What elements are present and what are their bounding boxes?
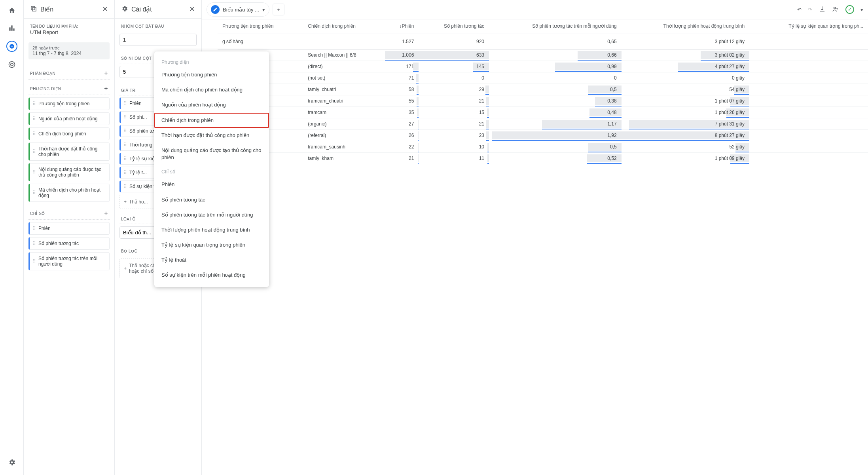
table-row[interactable]: ne) (direct) 171 145 0,99 4 phút 27 giây <box>218 61 868 72</box>
tab-bar: Biểu mẫu tùy ... ▾ + ↶ ↷ ✓ ▾ <box>202 0 868 19</box>
dimension-chip[interactable]: ⠿Mã chiến dịch cho phiên hoạt động <box>28 184 110 202</box>
drag-grip-icon: ⠿ <box>123 142 127 147</box>
data-table: Phương tiện trong phiên Chiến dịch trong… <box>218 19 868 164</box>
dropdown-group-metrics: Chỉ số <box>154 165 269 177</box>
svg-point-4 <box>10 63 13 66</box>
advertising-icon[interactable] <box>7 60 17 69</box>
col-header-media[interactable]: Phương tiện trong phiên <box>218 19 303 34</box>
dropdown-item[interactable]: Số sự kiện trên mỗi phiên hoạt động <box>154 268 269 283</box>
tab-active[interactable]: Biểu mẫu tùy ... ▾ <box>207 2 269 17</box>
layers-icon <box>30 5 37 13</box>
drag-grip-icon: ⠿ <box>32 131 36 136</box>
variables-title: Biến <box>40 6 99 13</box>
drag-grip-icon: ⠿ <box>32 101 36 106</box>
svg-rect-6 <box>32 8 36 11</box>
dimension-chip[interactable]: ⠿Nguồn của phiên hoạt động <box>28 112 110 125</box>
dimension-chip[interactable]: ⠿Phương tiện trong phiên <box>28 97 110 110</box>
dimension-metric-dropdown: Phương diện Phương tiện trong phiênMã ch… <box>154 51 269 287</box>
share-icon[interactable] <box>832 6 839 14</box>
dropdown-item[interactable]: Phương tiện trong phiên <box>154 67 269 82</box>
drag-grip-icon: ⠿ <box>123 170 127 175</box>
explore-icon[interactable] <box>6 41 17 52</box>
dropdown-item[interactable]: Mã chiến dịch cho phiên hoạt động <box>154 82 269 97</box>
table-row[interactable]: tramcam_sausinh 22 10 0,5 52 giây <box>218 141 868 152</box>
start-col-label: NHÓM CỘT BẮT ĐẦU <box>119 19 197 31</box>
variables-panel: Biến ✕ TÊN DỮ LIỆU KHÁM PHÁ: UTM Report … <box>24 0 115 475</box>
svg-rect-1 <box>11 25 12 30</box>
metrics-label: CHỈ SỐ+ <box>28 204 110 220</box>
svg-rect-5 <box>31 6 35 10</box>
exploration-name-label: TÊN DỮ LIỆU KHÁM PHÁ: <box>28 19 110 29</box>
start-col-input[interactable] <box>119 34 197 46</box>
dimensions-label: PHƯƠNG DIỆN+ <box>28 80 110 95</box>
dropdown-group-dimensions: Phương diện <box>154 55 269 67</box>
table-row[interactable]: rral (referral) 26 23 1,92 8 phút 27 giâ… <box>218 129 868 141</box>
col-header-sessions[interactable]: ↓Phiên <box>385 19 419 34</box>
settings-panel: Cài đặt ✕ NHÓM CỘT BẮT ĐẦU SỐ NHÓM CỘT G… <box>115 0 202 475</box>
dropdown-item[interactable]: Tỷ lệ sự kiện quan trọng trong phiên <box>154 238 269 253</box>
svg-point-7 <box>834 7 836 9</box>
table-row[interactable]: anic (organic) 27 21 1,17 7 phút 31 giây <box>218 118 868 129</box>
dropdown-item[interactable]: Tỷ lệ thoát <box>154 253 269 268</box>
data-table-wrap[interactable]: Phương tiện trong phiên Chiến dịch trong… <box>202 19 868 475</box>
dropdown-item[interactable]: Thời lượng phiên hoạt động trung bình <box>154 222 269 238</box>
undo-icon[interactable]: ↶ <box>797 7 802 13</box>
svg-rect-0 <box>9 27 10 30</box>
dropdown-item[interactable]: Nguồn của phiên hoạt động <box>154 97 269 112</box>
dimension-chip[interactable]: ⠿Thời hạn được đặt thủ công cho phiên <box>28 142 110 161</box>
drag-grip-icon: ⠿ <box>32 170 36 175</box>
status-check-icon[interactable]: ✓ <box>845 5 854 14</box>
col-header-engaged[interactable]: Số phiên tương tác <box>419 19 489 34</box>
table-row[interactable]: tamly_kham 21 11 0,52 1 phút 09 giây <box>218 152 868 164</box>
exploration-name: UTM Report <box>28 29 110 39</box>
gear-icon <box>121 5 128 13</box>
settings-icon[interactable] <box>7 458 17 467</box>
redo-icon[interactable]: ↷ <box>808 7 812 13</box>
home-icon[interactable] <box>7 6 17 15</box>
segments-label: PHÂN ĐOẠN+ <box>28 64 110 80</box>
close-settings-icon[interactable]: ✕ <box>189 5 195 13</box>
col-header-per-user[interactable]: Số phiên tương tác trên mỗi người dùng <box>489 19 622 34</box>
metric-chip[interactable]: ⠿Số phiên tương tác trên mỗi người dùng <box>28 252 110 270</box>
add-metric-icon[interactable]: + <box>104 210 108 217</box>
drag-grip-icon: ⠿ <box>32 190 36 195</box>
table-row[interactable]: tramcam 35 15 0,48 1 phút 26 giây <box>218 106 868 118</box>
dropdown-item[interactable]: Phiên <box>154 177 269 192</box>
table-row[interactable]: tamly_chuatri 58 29 0,5 54 giây <box>218 84 868 95</box>
drag-grip-icon: ⠿ <box>123 129 127 133</box>
dimension-chip[interactable]: ⠿Nội dung quảng cáo được tạo thủ công ch… <box>28 163 110 181</box>
dropdown-item[interactable]: Thời hạn được đặt thủ công cho phiên <box>154 128 269 143</box>
dropdown-item[interactable]: Chiến dịch trong phiên <box>154 113 269 128</box>
metric-chip[interactable]: ⠿Số phiên tương tác <box>28 237 110 250</box>
drag-grip-icon: ⠿ <box>32 241 36 246</box>
table-row[interactable]: (not set) 71 0 0 0 giây <box>218 72 868 84</box>
drag-grip-icon: ⠿ <box>32 226 36 231</box>
col-header-campaign[interactable]: Chiến dịch trong phiên <box>303 19 385 34</box>
close-variables-icon[interactable]: ✕ <box>102 5 108 13</box>
col-header-key-event[interactable]: Tỷ lệ sự kiện quan trọng trong ph... <box>749 19 868 34</box>
drag-grip-icon: ⠿ <box>32 116 36 121</box>
dropdown-item[interactable]: Số phiên tương tác <box>154 192 269 207</box>
date-range-picker[interactable]: 28 ngày trước 11 thg 7 - 7 thg 8, 2024 <box>28 42 110 59</box>
add-dimension-icon[interactable]: + <box>104 85 108 92</box>
svg-point-3 <box>9 62 15 68</box>
drag-grip-icon: ⠿ <box>32 149 36 154</box>
download-icon[interactable] <box>819 6 826 14</box>
svg-rect-2 <box>13 28 14 31</box>
add-tab-button[interactable]: + <box>273 4 284 15</box>
dropdown-item[interactable]: Nội dung quảng cáo được tạo thủ công cho… <box>154 143 269 165</box>
table-row[interactable]: tramcam_chuatri 55 21 0,38 1 phút 07 giâ… <box>218 95 868 106</box>
dimension-chip[interactable]: ⠿Chiến dịch trong phiên <box>28 127 110 140</box>
drag-grip-icon: ⠿ <box>123 156 127 161</box>
left-nav <box>0 0 24 475</box>
totals-row: g số hàng 1.527 920 0,65 3 phút 12 giây <box>218 34 868 49</box>
add-segment-icon[interactable]: + <box>104 70 108 77</box>
metric-chip[interactable]: ⠿Phiên <box>28 222 110 235</box>
chevron-down-icon[interactable]: ▾ <box>860 7 863 13</box>
col-header-duration[interactable]: Thời lượng phiên hoạt động trung bình <box>622 19 749 34</box>
table-row[interactable]: Search || Maxcon || 6/8 1.006 633 0,66 3… <box>218 49 868 61</box>
pencil-icon <box>211 5 220 14</box>
dropdown-item[interactable]: Số phiên tương tác trên mỗi người dùng <box>154 207 269 222</box>
reports-icon[interactable] <box>7 23 17 33</box>
main-area: Biểu mẫu tùy ... ▾ + ↶ ↷ ✓ ▾ Phương tiện… <box>202 0 868 475</box>
